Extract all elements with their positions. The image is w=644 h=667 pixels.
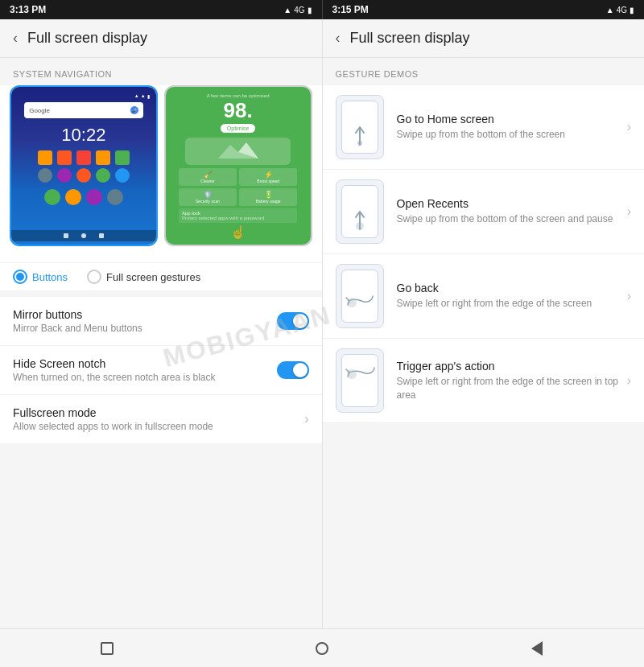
go-home-title: Go to Home screen [397, 113, 621, 126]
right-panel: GESTURE DEMOS Go to Home screen Swipe up… [323, 58, 645, 628]
hide-notch-toggle[interactable] [277, 361, 309, 379]
go-back-gesture[interactable]: Go back Swipe left or right from the edg… [323, 254, 645, 339]
right-status-icons: ▲ 4G ▮ [606, 6, 634, 14]
phone-battery-icon: ▮ [147, 93, 150, 99]
settings-group: Mirror buttons Mirror Back and Menu butt… [0, 297, 322, 443]
swipe-side-top-svg [345, 361, 376, 384]
swipe-up-svg [352, 122, 368, 146]
right-time: 3:15 PM [332, 4, 369, 15]
app-lock-bar: App lock Protect selected apps with a pa… [179, 208, 297, 223]
app-icon-4 [96, 150, 110, 165]
go-back-desc: Swipe left or right from the edge of the… [397, 297, 621, 311]
chat-icon [65, 189, 81, 205]
recents-nav-button[interactable] [88, 629, 126, 668]
mirror-buttons-desc: Mirror Back and Menu buttons [13, 323, 277, 334]
nav-radio-row: Buttons Full screen gestures [0, 262, 322, 290]
triangle-icon [531, 641, 543, 656]
left-back-button[interactable]: ‹ [13, 30, 18, 47]
go-to-home-gesture[interactable]: Go to Home screen Swipe up from the bott… [323, 85, 645, 170]
app-icon-2 [57, 150, 72, 165]
right-4g-label: 4G [617, 6, 627, 14]
hide-notch-setting[interactable]: Hide Screen notch When turned on, the sc… [0, 346, 322, 395]
nav-dot-3 [99, 233, 104, 238]
go-home-info: Go to Home screen Swipe up from the bott… [397, 113, 621, 142]
left-signal-icon: ▲ [283, 6, 291, 14]
mirror-buttons-text: Mirror buttons Mirror Back and Menu butt… [13, 308, 277, 334]
trigger-action-gesture[interactable]: Trigger app's action Swipe left or right… [323, 339, 645, 423]
swipe-side-indicator [345, 283, 376, 312]
app-icons-row2 [35, 165, 133, 186]
gestures-radio-option[interactable]: Full screen gestures [87, 270, 200, 284]
app-icon-9 [96, 168, 110, 183]
go-back-title: Go back [397, 282, 621, 294]
go-back-phone-preview [336, 264, 384, 328]
buttons-radio-circle [13, 270, 27, 284]
go-back-chevron: › [627, 289, 631, 303]
right-header-title: Full screen display [350, 30, 470, 47]
mirror-buttons-setting[interactable]: Mirror buttons Mirror Back and Menu butt… [0, 297, 322, 346]
phone-search-bar: Google 🎤 [24, 102, 142, 118]
fullscreen-mode-text: Fullscreen mode Allow selected apps to w… [13, 406, 304, 432]
nav-dot-1 [64, 233, 68, 238]
swipe-up-indicator [352, 122, 368, 146]
fullscreen-mode-title: Fullscreen mode [13, 406, 304, 419]
trigger-action-desc: Swipe left or right from the edge of the… [397, 375, 621, 402]
left-status-bar: 3:13 PM ▲ 4G ▮ [0, 0, 322, 19]
open-recents-gesture[interactable]: Open Recents Swipe up from the bottom of… [323, 170, 645, 254]
home-nav-button[interactable] [303, 629, 341, 668]
hide-notch-toggle-knob [293, 363, 308, 377]
open-recents-title: Open Recents [397, 197, 621, 210]
go-home-phone-preview [336, 95, 384, 159]
nav-dot-2 [81, 233, 86, 238]
go-home-chevron: › [627, 120, 631, 134]
grid-boost: ⚡ Boost speed [239, 168, 297, 186]
green-number: 98. [224, 100, 253, 121]
phone-signal-icon: ▲ [141, 93, 146, 99]
hide-notch-title: Hide Screen notch [13, 357, 277, 370]
phone-icon [44, 189, 60, 205]
boost-label: Boost speed [242, 179, 295, 183]
app-icon-10 [115, 168, 130, 183]
phone-wifi-icon: ▲ [134, 93, 139, 99]
right-header: ‹ Full screen display [323, 19, 645, 58]
fullscreen-mode-setting[interactable]: Fullscreen mode Allow selected apps to w… [0, 395, 322, 443]
buttons-phone-preview[interactable]: ▲ ▲ ▮ Google 🎤 10:22 [10, 85, 158, 246]
right-status-bar: 3:15 PM ▲ 4G ▮ [323, 0, 645, 19]
grid-cleaner: 🧹 Cleaner [179, 168, 237, 186]
phone-grid: 🧹 Cleaner ⚡ Boost speed 🛡️ Security scan [179, 168, 297, 206]
phone-screen-green: A few items can be optimised 98. Optimis… [166, 87, 311, 245]
gestures-radio-circle [87, 270, 101, 284]
left-time: 3:13 PM [10, 4, 46, 15]
battery-label: Battery usage [242, 199, 295, 204]
left-battery-icon: ▮ [308, 6, 312, 14]
app-icon-8 [76, 168, 91, 183]
buttons-radio-option[interactable]: Buttons [13, 270, 68, 284]
trigger-action-info: Trigger app's action Swipe left or right… [397, 360, 621, 402]
trigger-action-title: Trigger app's action [397, 360, 621, 373]
gesture-demos-label: GESTURE DEMOS [323, 58, 645, 85]
mirror-buttons-toggle[interactable] [277, 312, 309, 330]
phone-top-bar: ▲ ▲ ▮ [18, 93, 150, 99]
phone-time-display: 10:22 [61, 125, 105, 146]
bottom-navigation [0, 628, 644, 667]
main-content: SYSTEM NAVIGATION ▲ ▲ ▮ [0, 58, 644, 628]
hide-notch-desc: When turned on, the screen notch area is… [13, 372, 277, 383]
go-back-phone-inner [341, 270, 378, 323]
go-home-phone-inner [341, 101, 378, 154]
phone-nav-bar [11, 230, 156, 241]
trigger-action-phone-inner [341, 354, 378, 407]
buttons-radio-label: Buttons [32, 271, 68, 283]
open-recents-phone-preview [336, 179, 384, 244]
security-label: Security scan [181, 199, 234, 204]
left-panel: SYSTEM NAVIGATION ▲ ▲ ▮ [0, 58, 323, 628]
gestures-phone-preview[interactable]: A few items can be optimised 98. Optimis… [164, 85, 312, 246]
open-recents-desc: Swipe up from the bottom of the screen a… [397, 212, 621, 226]
swipe-side-svg [345, 283, 376, 309]
right-battery-icon: ▮ [630, 6, 634, 14]
right-back-button[interactable]: ‹ [336, 30, 341, 47]
left-4g-label: 4G [294, 6, 304, 14]
app-icons-row1 [35, 150, 133, 165]
back-nav-button[interactable] [518, 629, 556, 668]
grid-security: 🛡️ Security scan [179, 188, 237, 206]
cam-icon [107, 189, 123, 205]
